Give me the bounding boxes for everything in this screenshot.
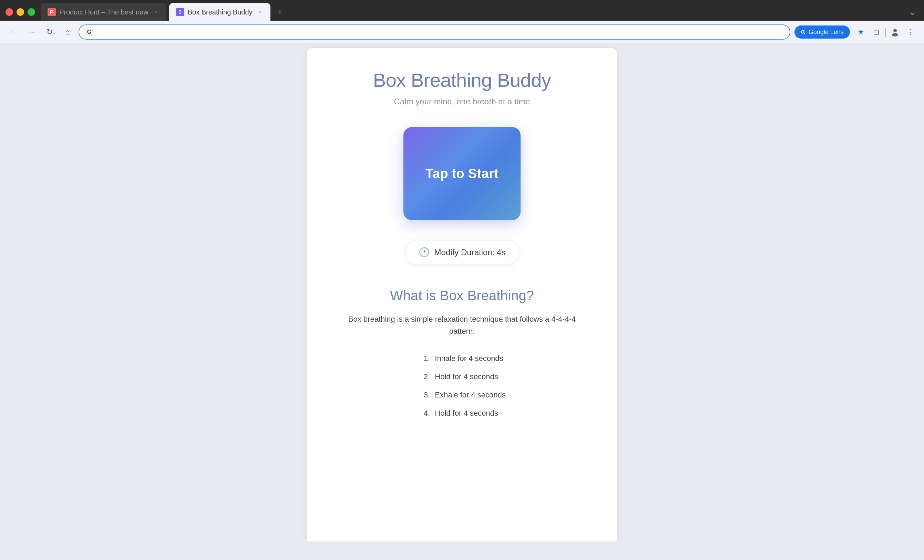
tab-label-producthunt: Product Hunt – The best new bbox=[59, 8, 148, 16]
back-button[interactable]: ← bbox=[7, 25, 21, 39]
close-button[interactable] bbox=[6, 8, 13, 16]
tab-close-breathing[interactable]: × bbox=[256, 8, 264, 16]
home-button[interactable]: ⌂ bbox=[61, 25, 74, 39]
page-card: Box Breathing Buddy Calm your mind, one … bbox=[307, 48, 617, 541]
address-favicon: G bbox=[85, 28, 94, 36]
modify-duration-button[interactable]: 🕐 Modify Duration: 4s bbox=[406, 241, 518, 264]
app-subtitle: Calm your mind, one breath at a time bbox=[394, 97, 530, 106]
toolbar-actions: ★ ◻ | ⋮ bbox=[854, 25, 917, 39]
modify-duration-label: Modify Duration: 4s bbox=[435, 248, 506, 257]
window-controls bbox=[6, 8, 35, 16]
forward-button[interactable]: → bbox=[25, 25, 39, 39]
app-title: Box Breathing Buddy bbox=[373, 69, 551, 91]
tab-breathing[interactable]: B Box Breathing Buddy × bbox=[169, 3, 270, 21]
bookmark-button[interactable]: ★ bbox=[854, 25, 868, 39]
tap-to-start-button[interactable]: Tap to Start bbox=[404, 127, 520, 220]
title-bar: P Product Hunt – The best new × B Box Br… bbox=[0, 0, 924, 21]
what-is-desc: Box breathing is a simple relaxation tec… bbox=[334, 313, 590, 337]
tab-close-producthunt[interactable]: × bbox=[152, 8, 159, 16]
what-is-title: What is Box Breathing? bbox=[390, 288, 534, 303]
tab-favicon-breathing: B bbox=[176, 8, 184, 16]
address-input[interactable] bbox=[97, 28, 784, 36]
list-item: Exhale for 4 seconds bbox=[432, 386, 506, 404]
profile-button[interactable] bbox=[888, 25, 902, 39]
start-button-label: Tap to Start bbox=[426, 166, 498, 181]
menu-button[interactable]: ⋮ bbox=[903, 25, 917, 39]
svg-point-1 bbox=[892, 33, 898, 36]
maximize-button[interactable] bbox=[27, 8, 35, 16]
address-bar[interactable]: G bbox=[78, 24, 790, 40]
list-item: Hold for 4 seconds bbox=[432, 404, 506, 422]
google-lens-icon: ⊕ bbox=[801, 28, 806, 36]
profile-icon bbox=[891, 28, 900, 36]
minimize-button[interactable] bbox=[16, 8, 24, 16]
tab-label-breathing: Box Breathing Buddy bbox=[188, 8, 252, 16]
toolbar: ← → ↻ ⌂ G ⊕ Google Lens ★ ◻ | ⋮ bbox=[0, 21, 924, 43]
svg-point-0 bbox=[893, 29, 897, 32]
extensions-button[interactable]: ◻ bbox=[869, 25, 883, 39]
tab-favicon-producthunt: P bbox=[48, 8, 56, 16]
tab-chevron[interactable]: ⌄ bbox=[906, 4, 918, 19]
list-item: Hold for 4 seconds bbox=[432, 368, 506, 386]
new-tab-button[interactable]: + bbox=[273, 5, 287, 19]
list-item: Inhale for 4 seconds bbox=[432, 350, 506, 368]
reload-button[interactable]: ↻ bbox=[43, 25, 57, 39]
steps-list: Inhale for 4 seconds Hold for 4 seconds … bbox=[418, 350, 506, 422]
browser-chrome: P Product Hunt – The best new × B Box Br… bbox=[0, 0, 924, 43]
google-lens-label: Google Lens bbox=[808, 28, 844, 36]
google-lens-button[interactable]: ⊕ Google Lens bbox=[795, 25, 850, 39]
clock-icon: 🕐 bbox=[418, 247, 430, 258]
toolbar-divider: | bbox=[884, 27, 887, 37]
tab-producthunt[interactable]: P Product Hunt – The best new × bbox=[40, 3, 166, 21]
page-wrapper: Box Breathing Buddy Calm your mind, one … bbox=[0, 43, 924, 541]
